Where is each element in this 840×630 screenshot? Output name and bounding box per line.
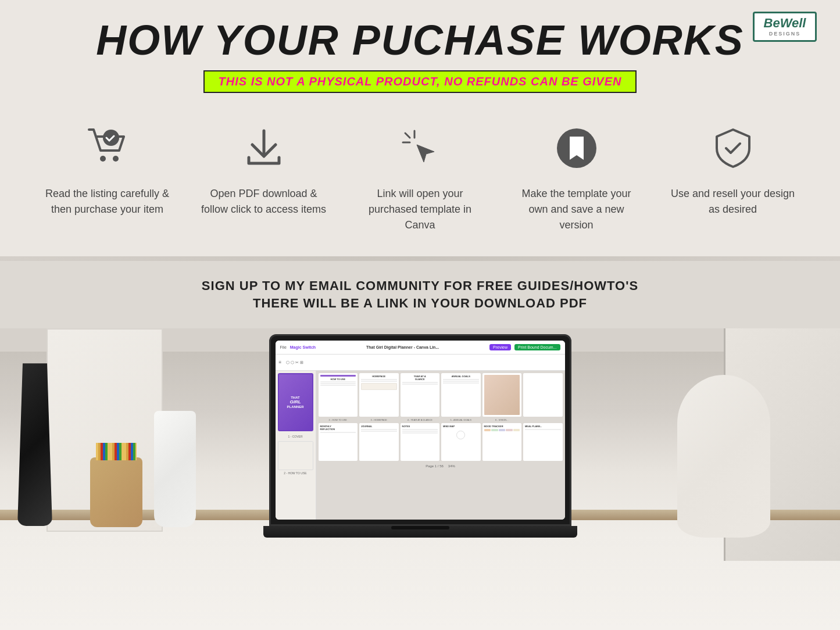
svg-point-0 <box>100 156 106 162</box>
step-item-1: Read the listing carefully & then purcha… <box>44 122 171 217</box>
section-divider <box>0 256 840 261</box>
canva-interface: File Magic Switch That Girl Digital Plan… <box>276 341 565 520</box>
canva-page-count-bar: Page 1 / 56 34% <box>319 463 563 470</box>
email-text-line2: THERE WILL BE A LINK IN YOUR DOWNLOAD PD… <box>12 296 828 311</box>
canva-sidebar: THATGirlPLANNER 1 - COVER 2 - HOW TO USE <box>276 371 316 520</box>
canva-doc-title: That Girl Digital Planner - Canva Lin... <box>366 345 439 349</box>
step-text-2: Open PDF download & follow click to acce… <box>200 186 328 217</box>
step-item-2: Open PDF download & follow click to acce… <box>200 122 328 217</box>
steps-row: Read the listing carefully & then purcha… <box>35 122 805 233</box>
step-text-1: Read the listing carefully & then purcha… <box>44 186 171 217</box>
svg-point-1 <box>113 156 119 162</box>
subtitle-bar: THIS IS NOT A PHYSICAL PRODUCT, NO REFUN… <box>203 70 637 93</box>
page-label-3: 4 - YEAR AT A GLANCE <box>401 418 440 421</box>
laptop-base <box>263 526 577 538</box>
page-label-5: 6 - VISION... <box>482 418 522 421</box>
bottom-photo-section: File Magic Switch That Girl Digital Plan… <box>0 328 840 630</box>
step-text-5: Use and resell your design as desired <box>669 186 797 217</box>
pencil-cup <box>90 457 142 527</box>
canva-magic-switch: Magic Switch <box>290 345 316 349</box>
canva-page-6 <box>523 373 563 417</box>
svg-line-3 <box>405 133 410 138</box>
canva-zoom: 34% <box>448 464 455 468</box>
dark-vase <box>17 363 52 526</box>
logo: BeWell DESIGNS <box>753 12 817 58</box>
step-item-4: Make the template your own and save a ne… <box>513 122 641 233</box>
canva-page-10: MIND MAP <box>441 423 481 461</box>
top-section: HOW YOUR PUCHASE WORKS THIS IS NOT A PHY… <box>0 0 840 105</box>
canva-page-count: Page 1 / 56 <box>426 464 444 468</box>
sidebar-page-label-1: 1 - COVER <box>278 434 313 439</box>
steps-section: Read the listing carefully & then purcha… <box>0 105 840 256</box>
canva-print-btn[interactable]: Print Bound Docum... <box>514 344 560 350</box>
step-item-3: Link will open your purchased template i… <box>356 122 484 233</box>
email-text-line1: SIGN UP TO MY EMAIL COMMUNITY FOR FREE G… <box>12 278 828 293</box>
canva-page-9: NOTES <box>401 423 440 461</box>
canva-page-11: MOOD TRACKER <box>482 423 522 461</box>
logo-text-line1: BeWell <box>764 17 806 30</box>
shield-check-icon <box>707 122 759 174</box>
canva-page-thumb-active: THATGirlPLANNER <box>278 373 313 431</box>
round-vase-right <box>677 375 770 538</box>
toolbar-item-1: ≡ <box>279 360 282 365</box>
step-text-4: Make the template your own and save a ne… <box>513 186 641 233</box>
page-label-6 <box>523 418 563 421</box>
canva-page-thumb-2 <box>278 441 313 470</box>
cursor-icon <box>394 122 446 174</box>
page-title: HOW YOUR PUCHASE WORKS <box>12 17 828 63</box>
email-section: SIGN UP TO MY EMAIL COMMUNITY FOR FREE G… <box>0 261 840 328</box>
download-icon <box>238 122 290 174</box>
canva-page-2: HOMEPAGE <box>359 373 399 417</box>
canva-content-area: THATGirlPLANNER 1 - COVER 2 - HOW TO USE <box>276 371 565 520</box>
cart-check-icon <box>81 122 134 174</box>
sidebar-page-label-2: 2 - HOW TO USE <box>278 470 313 476</box>
canva-toolbar: ≡ ⬡ ⬡ ✂ ⊞ <box>276 355 565 371</box>
canva-preview-btn[interactable]: Preview <box>489 344 511 350</box>
laptop: File Magic Switch That Girl Digital Plan… <box>269 334 571 538</box>
canva-topbar: File Magic Switch That Girl Digital Plan… <box>276 341 565 355</box>
canva-page-7: MONTHLYREFLECTION <box>319 423 358 461</box>
toolbar-item-2: ⬡ ⬡ ✂ ⊞ <box>286 360 303 365</box>
page-label-2: 3 - HOMEPAGE <box>359 418 399 421</box>
page-label-4: 5 - ANNUAL GOALS <box>441 418 481 421</box>
step-text-3: Link will open your purchased template i… <box>356 186 484 233</box>
white-vase <box>154 411 196 527</box>
canva-page-1: HOW TO USE <box>319 373 358 417</box>
canva-page-12: MEAL PLANN... <box>523 423 563 461</box>
canva-page-5 <box>482 373 522 417</box>
canva-pages-grid: HOW TO USE HOMEPAGE <box>316 371 565 520</box>
bookmark-circle-icon <box>551 122 603 174</box>
logo-text-line2: DESIGNS <box>769 31 801 37</box>
canva-page-3: YEAR AT AGLANCE <box>401 373 440 417</box>
canva-file-label: File <box>280 345 287 349</box>
laptop-hinge <box>391 526 449 529</box>
canva-page-4: ANNUAL GOALS <box>441 373 481 417</box>
canva-page-8: JOURNAL <box>359 423 399 461</box>
step-item-5: Use and resell your design as desired <box>669 122 797 217</box>
page-label-1: 2 - HOW TO USE <box>319 418 358 421</box>
laptop-screen: File Magic Switch That Girl Digital Plan… <box>269 334 571 526</box>
